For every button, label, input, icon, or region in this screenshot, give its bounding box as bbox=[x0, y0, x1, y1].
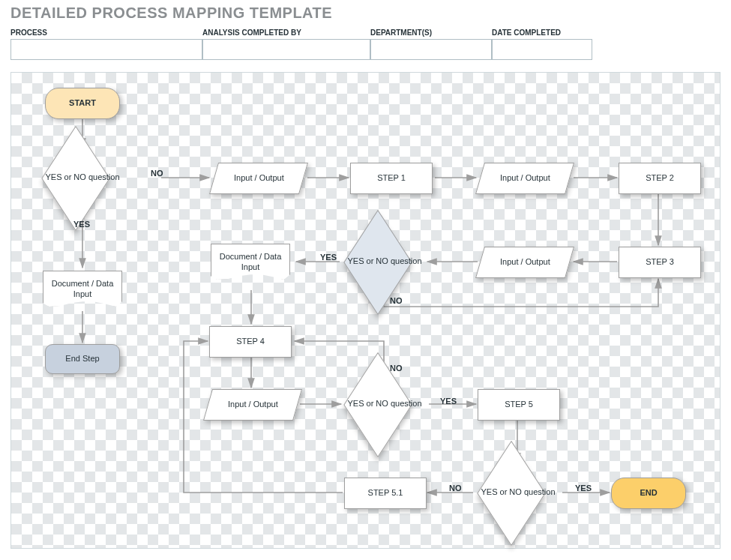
step-5[interactable]: STEP 5 bbox=[478, 389, 560, 421]
decision-3-label: YES or NO question bbox=[347, 399, 422, 409]
decision-1-no: NO bbox=[151, 169, 163, 178]
decision-3-yes: YES bbox=[440, 397, 457, 406]
department-field[interactable] bbox=[370, 39, 492, 60]
flowchart-canvas: START YES or NO question NO YES Input / … bbox=[10, 72, 721, 549]
end-step-label: End Step bbox=[65, 354, 99, 364]
io-1[interactable]: Input / Output bbox=[209, 163, 308, 194]
step-3-label: STEP 3 bbox=[646, 257, 674, 268]
date-label: DATE COMPLETED bbox=[492, 28, 592, 37]
end-node[interactable]: END bbox=[611, 478, 686, 509]
end-step[interactable]: End Step bbox=[45, 344, 120, 374]
process-field[interactable] bbox=[10, 39, 202, 60]
io-2-label: Input / Output bbox=[500, 173, 550, 184]
decision-4-no: NO bbox=[449, 484, 462, 493]
decision-3[interactable]: YES or NO question bbox=[340, 374, 430, 434]
io-1-label: Input / Output bbox=[234, 173, 284, 184]
start-node[interactable]: START bbox=[45, 88, 120, 119]
start-label: START bbox=[69, 98, 96, 109]
io-2[interactable]: Input / Output bbox=[475, 163, 574, 194]
step-4-label: STEP 4 bbox=[236, 337, 265, 347]
department-label: DEPARTMENT(S) bbox=[370, 28, 492, 37]
doc-1[interactable]: Document / Data Input bbox=[43, 271, 122, 307]
decision-1-label: YES or NO question bbox=[45, 172, 120, 183]
step-4[interactable]: STEP 4 bbox=[209, 326, 292, 358]
decision-4[interactable]: YES or NO question bbox=[473, 463, 563, 523]
page-title: DETAILED PROCESS MAPPING TEMPLATE bbox=[10, 4, 332, 22]
date-field[interactable] bbox=[492, 39, 592, 60]
step-2-label: STEP 2 bbox=[646, 173, 674, 184]
decision-2-yes: YES bbox=[320, 253, 337, 262]
analysis-label: ANALYSIS COMPLETED BY bbox=[202, 28, 370, 37]
end-label: END bbox=[640, 488, 657, 499]
arrows-layer bbox=[11, 73, 720, 548]
io-4[interactable]: Input / Output bbox=[203, 389, 302, 421]
step-3[interactable]: STEP 3 bbox=[619, 247, 701, 278]
doc-2-label: Document / Data Input bbox=[217, 252, 283, 273]
step-5-1[interactable]: STEP 5.1 bbox=[344, 478, 427, 509]
doc-2[interactable]: Document / Data Input bbox=[211, 244, 290, 280]
decision-1-yes: YES bbox=[73, 220, 90, 229]
doc-1-label: Document / Data Input bbox=[49, 279, 115, 300]
header-fields bbox=[10, 39, 592, 60]
decision-2[interactable]: YES or NO question bbox=[340, 232, 430, 292]
io-3[interactable]: Input / Output bbox=[475, 247, 574, 278]
decision-2-label: YES or NO question bbox=[347, 256, 422, 267]
header-labels: PROCESS ANALYSIS COMPLETED BY DEPARTMENT… bbox=[10, 28, 592, 37]
step-1[interactable]: STEP 1 bbox=[350, 163, 433, 194]
decision-4-yes: YES bbox=[575, 484, 592, 493]
step-5-label: STEP 5 bbox=[505, 400, 533, 410]
decision-1[interactable]: YES or NO question bbox=[37, 148, 127, 208]
process-label: PROCESS bbox=[10, 28, 202, 37]
step-5-1-label: STEP 5.1 bbox=[368, 488, 403, 499]
decision-2-no: NO bbox=[390, 296, 403, 305]
analysis-field[interactable] bbox=[202, 39, 370, 60]
io-3-label: Input / Output bbox=[500, 257, 550, 268]
decision-3-no: NO bbox=[390, 364, 403, 373]
decision-4-label: YES or NO question bbox=[481, 487, 556, 498]
step-1-label: STEP 1 bbox=[377, 173, 406, 184]
step-2[interactable]: STEP 2 bbox=[619, 163, 701, 194]
io-4-label: Input / Output bbox=[228, 400, 278, 410]
